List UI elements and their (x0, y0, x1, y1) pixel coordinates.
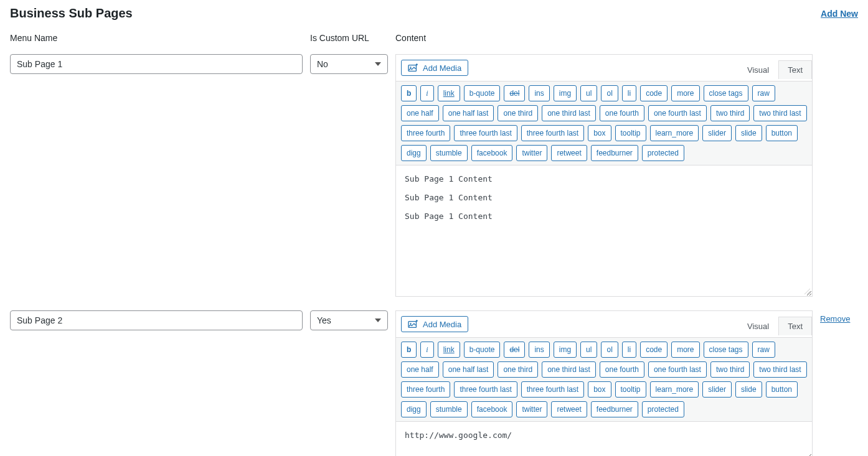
quicktag-facebook[interactable]: facebook (471, 145, 513, 161)
content-textarea[interactable] (396, 422, 812, 456)
is-custom-url-select[interactable]: No Yes (310, 54, 388, 74)
quicktag-del[interactable]: del (504, 342, 525, 358)
quicktag-raw[interactable]: raw (752, 342, 775, 358)
quicktag-b[interactable]: b (401, 85, 417, 101)
quicktag-digg[interactable]: digg (401, 145, 427, 161)
quicktag-retweet[interactable]: retweet (551, 145, 587, 161)
quicktag-one-half[interactable]: one half (401, 105, 439, 121)
quicktag-i[interactable]: i (420, 342, 433, 358)
editor-tab-visual[interactable]: Visual (738, 317, 778, 335)
quicktag-link[interactable]: link (438, 342, 460, 358)
quicktag-two-third-last[interactable]: two third last (753, 361, 806, 378)
menu-name-input[interactable] (10, 54, 303, 74)
editor-tab-text[interactable]: Text (778, 317, 812, 335)
column-header-is-custom-url: Is Custom URL (310, 33, 388, 43)
quicktag-one-third[interactable]: one third (498, 105, 538, 121)
quicktag-slider[interactable]: slider (702, 381, 732, 398)
quicktag-raw[interactable]: raw (752, 85, 775, 101)
remove-link[interactable]: Remove (820, 310, 850, 323)
content-editor: Add Media Visual Text bilinkb-quotedelin… (395, 54, 813, 297)
quicktag-del[interactable]: del (504, 85, 525, 101)
quicktag-code[interactable]: code (640, 85, 668, 101)
editor-tab-visual[interactable]: Visual (738, 60, 778, 79)
quicktag-tooltip[interactable]: tooltip (615, 381, 646, 398)
content-textarea[interactable] (396, 165, 812, 296)
quicktag-box[interactable]: box (588, 125, 611, 141)
quicktag-b-quote[interactable]: b-quote (464, 342, 501, 358)
editor-tab-text[interactable]: Text (778, 60, 812, 79)
quicktag-three-fourth-last2[interactable]: three fourth last (521, 381, 584, 398)
is-custom-url-select[interactable]: Yes No (310, 310, 388, 330)
add-media-button[interactable]: Add Media (401, 316, 468, 332)
quicktag-close-tags[interactable]: close tags (704, 342, 748, 358)
quicktag-two-third-last[interactable]: two third last (753, 105, 806, 121)
quicktag-three-fourth[interactable]: three fourth (401, 125, 450, 141)
quicktag-tooltip[interactable]: tooltip (615, 125, 646, 141)
quicktags-toolbar: bilinkb-quotedelinsimgulollicodemoreclos… (396, 338, 812, 422)
quicktag-one-half[interactable]: one half (401, 361, 439, 378)
quicktag-twitter[interactable]: twitter (516, 145, 547, 161)
quicktag-ul[interactable]: ul (580, 342, 597, 358)
page-title: Business Sub Pages (10, 6, 133, 21)
quicktag-one-half-last[interactable]: one half last (443, 361, 494, 378)
quicktag-learn-more[interactable]: learn_more (650, 381, 699, 398)
quicktag-twitter[interactable]: twitter (516, 401, 547, 417)
quicktag-one-third-last[interactable]: one third last (542, 105, 596, 121)
quicktag-retweet[interactable]: retweet (551, 401, 587, 417)
quicktag-ul[interactable]: ul (580, 85, 597, 101)
quicktag-one-fourth[interactable]: one fourth (600, 361, 644, 378)
quicktag-i[interactable]: i (420, 85, 433, 101)
quicktag-one-third[interactable]: one third (498, 361, 538, 378)
quicktag-li[interactable]: li (622, 85, 636, 101)
svg-point-1 (410, 67, 411, 68)
quicktag-slider[interactable]: slider (702, 125, 732, 141)
quicktag-slide[interactable]: slide (735, 125, 762, 141)
quicktag-more[interactable]: more (671, 342, 699, 358)
menu-name-input[interactable] (10, 310, 303, 330)
quicktag-facebook[interactable]: facebook (471, 401, 513, 417)
media-icon (408, 319, 419, 329)
quicktag-button[interactable]: button (766, 125, 798, 141)
quicktag-b-quote[interactable]: b-quote (464, 85, 501, 101)
quicktag-three-fourth-last[interactable]: three fourth last (454, 381, 517, 398)
quicktag-protected[interactable]: protected (642, 145, 684, 161)
quicktag-stumble[interactable]: stumble (430, 145, 468, 161)
quicktag-two-third[interactable]: two third (710, 361, 750, 378)
quicktag-link[interactable]: link (438, 85, 460, 101)
quicktag-ins[interactable]: ins (529, 85, 549, 101)
quicktag-one-fourth-last[interactable]: one fourth last (648, 361, 707, 378)
quicktag-feedburner[interactable]: feedburner (591, 145, 638, 161)
resize-handle-icon[interactable] (803, 287, 810, 294)
quicktag-ins[interactable]: ins (529, 342, 549, 358)
quicktag-protected[interactable]: protected (642, 401, 684, 417)
quicktag-one-third-last[interactable]: one third last (542, 361, 596, 378)
add-media-button[interactable]: Add Media (401, 60, 468, 76)
quicktag-learn-more[interactable]: learn_more (650, 125, 699, 141)
quicktag-b[interactable]: b (401, 342, 417, 358)
quicktag-digg[interactable]: digg (401, 401, 427, 417)
quicktag-li[interactable]: li (622, 342, 636, 358)
quicktag-one-half-last[interactable]: one half last (443, 105, 494, 121)
quicktag-code[interactable]: code (640, 342, 668, 358)
add-new-link[interactable]: Add New (821, 9, 858, 19)
quicktag-one-fourth[interactable]: one fourth (600, 105, 644, 121)
svg-point-3 (410, 323, 411, 324)
quicktag-slide[interactable]: slide (735, 381, 762, 398)
quicktag-ol[interactable]: ol (601, 85, 618, 101)
quicktag-ol[interactable]: ol (601, 342, 618, 358)
quicktag-three-fourth-last[interactable]: three fourth last (454, 125, 517, 141)
quicktag-button[interactable]: button (766, 381, 798, 398)
quicktag-two-third[interactable]: two third (710, 105, 750, 121)
media-icon (408, 63, 419, 73)
quicktag-img[interactable]: img (554, 85, 577, 101)
quicktag-three-fourth[interactable]: three fourth (401, 381, 450, 398)
quicktag-feedburner[interactable]: feedburner (591, 401, 638, 417)
column-header-content: Content (395, 33, 813, 43)
quicktag-more[interactable]: more (671, 85, 699, 101)
quicktag-one-fourth-last[interactable]: one fourth last (648, 105, 707, 121)
quicktag-stumble[interactable]: stumble (430, 401, 468, 417)
quicktag-close-tags[interactable]: close tags (704, 85, 748, 101)
quicktag-box[interactable]: box (588, 381, 611, 398)
quicktag-img[interactable]: img (554, 342, 577, 358)
quicktag-three-fourth-last2[interactable]: three fourth last (521, 125, 584, 141)
